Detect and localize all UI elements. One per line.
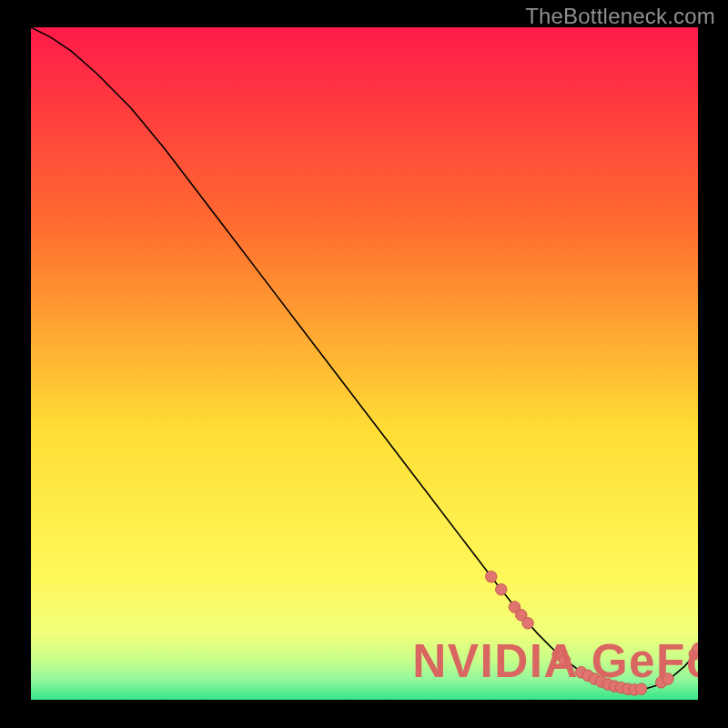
legend-label: NVIDIA GeForce <box>412 634 698 687</box>
gradient-background <box>31 27 698 700</box>
data-marker <box>486 571 497 582</box>
chart-frame: TheBottleneck.com NVIDIA GeForce <box>0 0 728 728</box>
chart-plot: NVIDIA GeForce <box>31 27 698 700</box>
watermark-text: TheBottleneck.com <box>525 4 715 29</box>
data-marker <box>522 617 533 629</box>
data-marker <box>496 584 507 596</box>
